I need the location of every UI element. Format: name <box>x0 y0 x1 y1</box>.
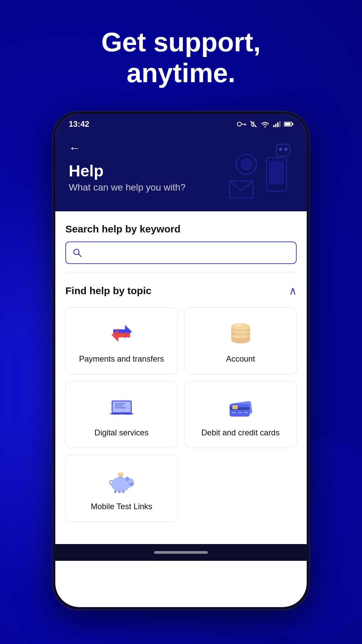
home-bar <box>154 551 208 554</box>
topic-card-cards[interactable]: Debit and credit cards <box>184 381 297 448</box>
signal-icon <box>273 121 281 127</box>
topics-section: Find help by topic ∧ <box>65 272 297 534</box>
payments-icon <box>107 320 137 347</box>
svg-point-22 <box>284 148 288 151</box>
svg-rect-13 <box>285 123 291 125</box>
svg-rect-10 <box>277 122 279 127</box>
svg-point-51 <box>244 412 246 413</box>
svg-rect-11 <box>279 121 281 127</box>
svg-rect-67 <box>122 490 125 493</box>
topics-label: Find help by topic <box>65 285 152 297</box>
search-input[interactable] <box>87 248 289 258</box>
header-decoration <box>226 138 300 205</box>
svg-point-47 <box>232 412 234 413</box>
status-icons <box>237 120 293 128</box>
hero-line2: anytime. <box>0 58 362 89</box>
search-input-wrapper[interactable] <box>65 241 297 264</box>
svg-point-3 <box>237 122 241 126</box>
svg-rect-61 <box>119 477 123 478</box>
payments-label: Payments and transfers <box>79 354 164 364</box>
hero-text: Get support, anytime. <box>0 27 362 89</box>
svg-point-18 <box>240 158 252 170</box>
battery-icon <box>284 121 293 127</box>
wifi-icon <box>260 120 270 128</box>
digital-icon <box>107 394 137 421</box>
topic-grid: Payments and transfers <box>65 307 297 522</box>
account-label: Account <box>226 354 255 364</box>
topic-card-account[interactable]: Account <box>184 307 297 374</box>
svg-point-56 <box>130 483 131 484</box>
svg-point-48 <box>234 412 236 413</box>
mute-icon <box>250 120 257 128</box>
svg-rect-65 <box>114 490 117 493</box>
cards-icon <box>226 394 256 421</box>
svg-rect-66 <box>118 490 121 493</box>
svg-point-55 <box>129 482 134 486</box>
svg-rect-8 <box>273 125 275 127</box>
hero-line1: Get support, <box>0 27 362 58</box>
key-icon <box>237 121 246 127</box>
status-bar: 13:42 <box>55 114 307 134</box>
cards-label: Debit and credit cards <box>201 427 280 438</box>
search-icon <box>73 248 82 258</box>
svg-point-50 <box>240 412 242 413</box>
svg-line-24 <box>78 254 81 257</box>
svg-rect-16 <box>269 161 284 184</box>
home-indicator <box>55 544 307 561</box>
svg-point-64 <box>118 472 123 475</box>
svg-point-57 <box>131 483 132 484</box>
phone-frame: 13:42 <box>52 111 310 610</box>
svg-rect-14 <box>292 123 293 125</box>
svg-rect-39 <box>119 414 124 415</box>
svg-point-49 <box>238 412 240 413</box>
svg-point-52 <box>246 412 248 413</box>
content-area: Search help by keyword Find help by topi… <box>55 211 307 544</box>
topics-header: Find help by topic ∧ <box>65 284 297 297</box>
svg-rect-9 <box>275 124 277 127</box>
app-header: ← Help What can we help you with? <box>55 134 307 211</box>
digital-label: Digital services <box>95 427 148 438</box>
search-label: Search help by keyword <box>65 223 297 235</box>
back-button[interactable]: ← <box>69 141 81 155</box>
topic-card-mobile[interactable]: Mobile Test Links <box>65 455 178 522</box>
topic-card-payments[interactable]: Payments and transfers <box>65 307 178 374</box>
svg-point-21 <box>279 148 282 151</box>
mobile-icon <box>107 468 137 494</box>
svg-rect-20 <box>277 144 290 156</box>
topics-chevron-icon[interactable]: ∧ <box>289 284 297 297</box>
topic-card-digital[interactable]: Digital services <box>65 381 178 448</box>
mobile-label: Mobile Test Links <box>91 501 153 512</box>
svg-rect-35 <box>113 401 131 412</box>
account-icon <box>226 320 256 347</box>
clock: 13:42 <box>69 119 89 129</box>
svg-point-60 <box>128 481 129 482</box>
search-section: Search help by keyword <box>65 211 297 272</box>
phone-screen: 13:42 <box>55 114 307 607</box>
svg-point-58 <box>126 477 129 481</box>
